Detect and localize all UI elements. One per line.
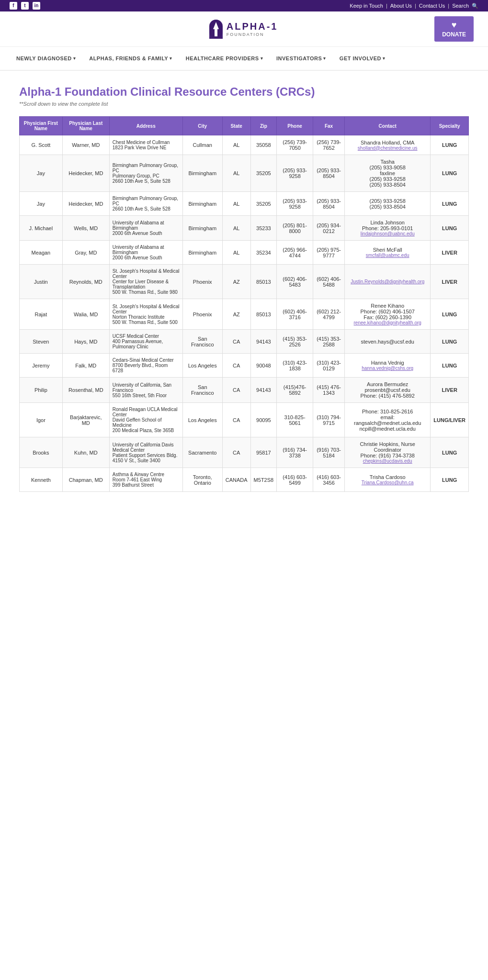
cell-phone: (602) 406-3716 xyxy=(277,299,313,330)
cell-first-name: Justin xyxy=(20,265,63,299)
nav-arrow-5: ▾ xyxy=(383,56,386,61)
contact-email-link[interactable]: smcfall@uabmc.edu xyxy=(348,253,427,258)
cell-address: Ronald Reagan UCLA Medical CenterDavid G… xyxy=(109,403,182,437)
table-row: G. Scott Warner, MD Chest Medicine of Cu… xyxy=(20,135,469,155)
cell-phone: (415)476-5892 xyxy=(277,378,313,403)
cell-address: University of California, San Francisco5… xyxy=(109,378,182,403)
cell-address: UCSF Medical Center400 Parnassus Avenue,… xyxy=(109,330,182,354)
contact-name: steven.hays@ucsf.edu xyxy=(348,339,427,345)
cell-specialty: LUNG xyxy=(431,437,469,468)
cell-contact: steven.hays@ucsf.edu xyxy=(345,330,431,354)
cell-specialty: LUNG xyxy=(431,299,469,330)
cell-fax: (205) 933-8504 xyxy=(313,155,345,192)
cell-contact: Trisha Cardoso Triana.Cardoso@uhn.ca xyxy=(345,468,431,492)
cell-city: San Francisco xyxy=(182,378,222,403)
cell-specialty: LUNG xyxy=(431,354,469,378)
cell-fax: (310) 423-0129 xyxy=(313,354,345,378)
cell-phone: (205) 966-4744 xyxy=(277,241,313,265)
nav-healthcare-providers[interactable]: HEALTHCARE PROVIDERS ▾ xyxy=(179,47,270,70)
cell-city: Phoenix xyxy=(182,299,222,330)
cell-state: CA xyxy=(222,354,250,378)
search-icon[interactable]: 🔍 xyxy=(472,3,478,9)
social-links[interactable]: f t in xyxy=(10,2,40,10)
cell-city: San Francisco xyxy=(182,330,222,354)
cell-first-name: Igor xyxy=(20,403,63,437)
contact-email-link[interactable]: renee.kihano@dignityhealth.org xyxy=(348,320,427,325)
contact-email-link[interactable]: hanna.vednig@cshs.org xyxy=(348,366,427,371)
cell-first-name: Jay xyxy=(20,192,63,216)
contact-name: Shandra Holland, CMA xyxy=(348,140,427,145)
cell-city: Sacramento xyxy=(182,437,222,468)
cell-fax: (415) 476-1343 xyxy=(313,378,345,403)
cell-city: Phoenix xyxy=(182,265,222,299)
nav-newly-diagnosed[interactable]: NEWLY DIAGNOSED ▾ xyxy=(10,47,82,70)
keep-in-touch-link[interactable]: Keep in Touch xyxy=(350,3,383,9)
cell-first-name: Meagan xyxy=(20,241,63,265)
cell-city: Toronto, Ontario xyxy=(182,468,222,492)
twitter-icon[interactable]: t xyxy=(21,2,29,10)
cell-state: CANADA xyxy=(222,468,250,492)
cell-fax: (205) 975-9777 xyxy=(313,241,345,265)
cell-last-name: Kuhn, MD xyxy=(62,437,109,468)
contact-name: Hanna Vednig xyxy=(348,360,427,366)
cell-state: AL xyxy=(222,192,250,216)
cell-fax: (205) 933-8504 xyxy=(313,192,345,216)
cell-contact: Aurora Bermudezprosenbt@ucsf.eduPhone: (… xyxy=(345,378,431,403)
cell-address: Chest Medicine of Cullman1823 Park View … xyxy=(109,135,182,155)
nav-get-involved[interactable]: GET INVOLVED ▾ xyxy=(333,47,392,70)
cell-last-name: Heidecker, MD xyxy=(62,192,109,216)
svg-rect-2 xyxy=(215,29,217,36)
contact-email-link[interactable]: Triana.Cardoso@uhn.ca xyxy=(348,480,427,485)
nav-alphas-friends[interactable]: ALPHAS, FRIENDS & FAMILY ▾ xyxy=(82,47,179,70)
cell-fax: (602) 212-4799 xyxy=(313,299,345,330)
about-us-link[interactable]: About Us xyxy=(390,3,412,9)
cell-address: University of Alabama at Birmingham2000 … xyxy=(109,241,182,265)
contact-us-link[interactable]: Contact Us xyxy=(419,3,445,9)
cell-zip: 85013 xyxy=(250,299,277,330)
table-row: Rajat Walia, MD St. Joseph's Hospital & … xyxy=(20,299,469,330)
search-link[interactable]: Search xyxy=(452,3,469,9)
facebook-icon[interactable]: f xyxy=(10,2,17,10)
contact-name: Sheri McFall xyxy=(348,247,427,253)
cell-last-name: Falk, MD xyxy=(62,354,109,378)
contact-email-link[interactable]: Justin.Reynolds@dignityhealth.org xyxy=(348,279,427,284)
cell-phone: 310-825-5061 xyxy=(277,403,313,437)
cell-address: Birmingham Pulmonary Group, PC2660 10th … xyxy=(109,192,182,216)
cell-state: AL xyxy=(222,135,250,155)
table-row: Steven Hays, MD UCSF Medical Center400 P… xyxy=(20,330,469,354)
cell-phone: (916) 734-3738 xyxy=(277,437,313,468)
instagram-icon[interactable]: in xyxy=(33,2,40,10)
top-links: Keep in Touch | About Us | Contact Us | … xyxy=(350,3,478,9)
logo-text-block: ALPHA-1 FOUNDATION xyxy=(227,21,278,37)
table-row: Jay Heidecker, MD Birmingham Pulmonary G… xyxy=(20,155,469,192)
cell-last-name: Warner, MD xyxy=(62,135,109,155)
contact-email-link[interactable]: sholland@chestmedicine.us xyxy=(348,145,427,151)
cell-fax: (256) 739-7652 xyxy=(313,135,345,155)
contact-email-link[interactable]: chepkins@ucdavis.edu xyxy=(348,458,427,464)
cell-state: AL xyxy=(222,241,250,265)
top-bar: f t in Keep in Touch | About Us | Contac… xyxy=(0,0,488,11)
cell-specialty: LUNG xyxy=(431,468,469,492)
nav-investigators[interactable]: INVESTIGATORS ▾ xyxy=(270,47,333,70)
cell-zip: 35058 xyxy=(250,135,277,155)
cell-phone: (205) 801-8000 xyxy=(277,216,313,241)
logo-figure-icon xyxy=(209,20,223,39)
cell-specialty: LUNG xyxy=(431,192,469,216)
cell-address: Cedars-Sinai Medical Center8700 Beverly … xyxy=(109,354,182,378)
page-subtitle: **Scroll down to view the complete list xyxy=(19,101,469,107)
contact-email-link[interactable]: lindajohnson@uabnc.edu xyxy=(348,231,427,236)
contact-name: Renee KihanoPhone: (602) 406-1507Fax: (6… xyxy=(348,303,427,320)
nav-arrow-4: ▾ xyxy=(323,56,326,61)
cell-contact: Linda JohnsonPhone: 205-993-0101 lindajo… xyxy=(345,216,431,241)
donate-button-wrapper[interactable]: ♥ DONATE xyxy=(434,16,474,42)
cell-contact: Phone: 310-825-2616email: rangsalch@medn… xyxy=(345,403,431,437)
cell-last-name: Gray, MD xyxy=(62,241,109,265)
cell-city: Los Angeles xyxy=(182,403,222,437)
cell-state: AZ xyxy=(222,299,250,330)
table-row: Jay Heidecker, MD Birmingham Pulmonary G… xyxy=(20,192,469,216)
cell-first-name: Kenneth xyxy=(20,468,63,492)
col-state: State xyxy=(222,117,250,135)
cell-address: St. Joseph's Hospital & Medical CenterCe… xyxy=(109,265,182,299)
donate-button[interactable]: ♥ DONATE xyxy=(434,16,474,42)
cell-address: University of Alabama at Birmingham2000 … xyxy=(109,216,182,241)
